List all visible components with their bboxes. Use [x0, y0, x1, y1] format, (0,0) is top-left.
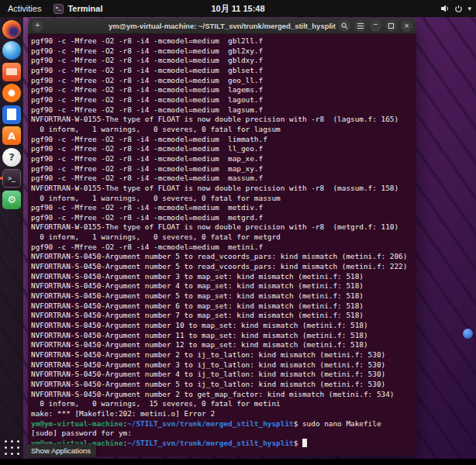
terminal-line: NVFORTRAN-S-0450-Argument number 4 to ma…	[31, 281, 413, 291]
volume-icon	[440, 4, 450, 13]
libreoffice-writer-icon[interactable]	[2, 105, 21, 124]
menu-button[interactable]	[354, 20, 366, 32]
focused-app-indicator[interactable]: Terminal	[49, 4, 107, 14]
terminal-line: NVFORTRAN-S-0450-Argument number 5 to re…	[31, 262, 413, 272]
show-applications-tooltip: Show Applications	[26, 444, 96, 457]
terminal-line: NVFORTRAN-S-0450-Argument number 12 to m…	[31, 340, 413, 350]
terminal-line: NVFORTRAN-S-0450-Argument number 3 to ma…	[31, 272, 413, 282]
terminal-line: make: *** [Makefile:202: metini.o] Error…	[31, 409, 413, 419]
terminal-line: NVFORTRAN-S-0450-Argument number 5 to ma…	[31, 291, 413, 301]
search-icon	[341, 22, 348, 29]
terminal-line: pgf90 -c -Mfree -O2 -r8 -i4 -mcmodel=med…	[31, 243, 413, 253]
help-icon[interactable]	[2, 148, 21, 167]
terminal-line: [sudo] password for ym:	[31, 429, 413, 439]
desktop: Activities Terminal 10月 11 15:48 ▾	[0, 0, 476, 465]
maximize-icon	[388, 23, 394, 29]
terminal-line: NVFORTRAN-S-0450-Argument number 10 to m…	[31, 321, 413, 331]
terminal-icon[interactable]	[2, 169, 21, 188]
rhythmbox-icon[interactable]	[2, 84, 21, 102]
terminal-segment: ym@ym-virtual-machine	[31, 419, 123, 428]
green-app-icon[interactable]	[2, 191, 21, 209]
focused-app-name: Terminal	[67, 4, 102, 13]
minimize-icon: −	[374, 21, 378, 29]
terminal-line: 0 inform, 1 warnings, 0 severes, 0 fatal…	[31, 194, 413, 204]
terminal-line: pgf90 -c -Mfree -O2 -r8 -i4 -mcmodel=med…	[31, 46, 413, 57]
terminal-line: pgf90 -c -Mfree -O2 -r8 -i4 -mcmodel=med…	[31, 154, 413, 164]
terminal-line: pgf90 -c -Mfree -O2 -r8 -i4 -mcmodel=med…	[31, 105, 413, 115]
terminal-line: pgf90 -c -Mfree -O2 -r8 -i4 -mcmodel=med…	[31, 213, 413, 223]
terminal-line: pgf90 -c -Mfree -O2 -r8 -i4 -mcmodel=med…	[31, 56, 413, 66]
maximize-button[interactable]	[385, 20, 397, 32]
terminal-line: NVFORTRAN-W-0155-The type of FLOAT is no…	[31, 184, 413, 194]
terminal-line: NVFORTRAN-S-0450-Argument number 4 to ij…	[31, 370, 413, 380]
terminal-headerbar[interactable]: + ym@ym-virtual-machine: ~/STILT_svn/tru…	[28, 18, 416, 34]
terminal-line: NVFORTRAN-S-0450-Argument number 3 to ij…	[31, 360, 413, 370]
plus-icon: +	[36, 22, 40, 29]
close-button[interactable]: ×	[401, 20, 412, 32]
clock[interactable]: 10月 11 15:48	[211, 3, 264, 15]
power-icon	[454, 5, 463, 13]
terminal-line: NVFORTRAN-W-0155-The type of FLOAT is no…	[31, 222, 413, 232]
terminal-line: NVFORTRAN-S-0450-Argument number 6 to ma…	[31, 301, 413, 312]
terminal-line: NVFORTRAN-S-0450-Argument number 7 to ma…	[31, 311, 413, 321]
terminal-line: NVFORTRAN-W-0155-The type of FLOAT is no…	[31, 115, 413, 125]
dock	[0, 17, 23, 459]
terminal-segment: ~/STILT_svn/trunk/merged_stilt_hysplit	[127, 439, 293, 447]
terminal-line: NVFORTRAN-S-0450-Argument number 5 to re…	[31, 252, 413, 262]
terminal-line: pgf90 -c -Mfree -O2 -r8 -i4 -mcmodel=med…	[31, 95, 413, 105]
terminal-line: pgf90 -c -Mfree -O2 -r8 -i4 -mcmodel=med…	[31, 76, 413, 86]
terminal-line: pgf90 -c -Mfree -O2 -r8 -i4 -mcmodel=med…	[31, 164, 413, 174]
terminal-line: pgf90 -c -Mfree -O2 -r8 -i4 -mcmodel=med…	[31, 144, 413, 154]
close-icon: ×	[404, 22, 409, 30]
search-button[interactable]	[339, 20, 350, 32]
terminal-line: pgf90 -c -Mfree -O2 -r8 -i4 -mcmodel=med…	[31, 66, 413, 76]
terminal-line: pgf90 -c -Mfree -O2 -r8 -i4 -mcmodel=med…	[31, 203, 413, 213]
terminal-segment: $ sudo nano Makefile	[294, 419, 381, 428]
minimize-button[interactable]: −	[370, 20, 381, 32]
blue-indicator-dot	[463, 329, 473, 339]
terminal-line: pgf90 -c -Mfree -O2 -r8 -i4 -mcmodel=med…	[31, 135, 413, 145]
terminal-line: ym@ym-virtual-machine:~/STILT_svn/trunk/…	[31, 419, 413, 429]
terminal-line: NVFORTRAN-S-0450-Argument number 2 to ij…	[31, 350, 413, 360]
terminal-segment: ~/STILT_svn/trunk/merged_stilt_hysplit	[127, 419, 293, 428]
terminal-line: pgf90 -c -Mfree -O2 -r8 -i4 -mcmodel=med…	[31, 85, 413, 95]
terminal-line: NVFORTRAN-S-0450-Argument number 11 to m…	[31, 331, 413, 341]
terminal-line: NVFORTRAN-S-0450-Argument number 2 to ge…	[31, 390, 413, 400]
terminal-line: pgf90 -c -Mfree -O2 -r8 -i4 -mcmodel=med…	[31, 36, 413, 46]
terminal-line: pgf90 -c -Mfree -O2 -r8 -i4 -mcmodel=med…	[31, 174, 413, 184]
ubuntu-software-icon[interactable]	[2, 126, 21, 145]
terminal-line: 0 inform, 1 warnings, 0 severes, 0 fatal…	[31, 125, 413, 135]
firefox-icon[interactable]	[2, 20, 21, 39]
terminal-cursor	[302, 439, 307, 447]
top-bar: Activities Terminal 10月 11 15:48 ▾	[0, 0, 476, 17]
files-icon[interactable]	[2, 63, 21, 81]
terminal-line: 0 inform, 0 warnings, 15 severes, 0 fata…	[31, 399, 413, 409]
new-tab-button[interactable]: +	[32, 20, 43, 32]
system-status-area[interactable]: ▾	[440, 0, 471, 17]
terminal-app-icon	[53, 4, 64, 14]
thunderbird-icon[interactable]	[2, 41, 21, 60]
terminal-output[interactable]: pgf90 -c -Mfree -O2 -r8 -i4 -mcmodel=med…	[28, 34, 416, 456]
terminal-window: + ym@ym-virtual-machine: ~/STILT_svn/tru…	[28, 18, 416, 456]
running-indicator	[0, 177, 3, 180]
terminal-line: 0 inform, 1 warnings, 0 severes, 0 fatal…	[31, 232, 413, 243]
show-applications-button[interactable]	[2, 438, 21, 456]
chevron-down-icon: ▾	[467, 5, 471, 12]
terminal-line: NVFORTRAN-S-0450-Argument number 5 to ij…	[31, 380, 413, 390]
terminal-segment: $	[294, 439, 302, 447]
activities-button[interactable]: Activities	[0, 4, 49, 13]
hamburger-icon	[357, 23, 364, 29]
dock-items	[0, 17, 23, 212]
bottom-strip	[0, 459, 476, 465]
window-title: ym@ym-virtual-machine: ~/STILT_svn/trunk…	[109, 22, 336, 30]
